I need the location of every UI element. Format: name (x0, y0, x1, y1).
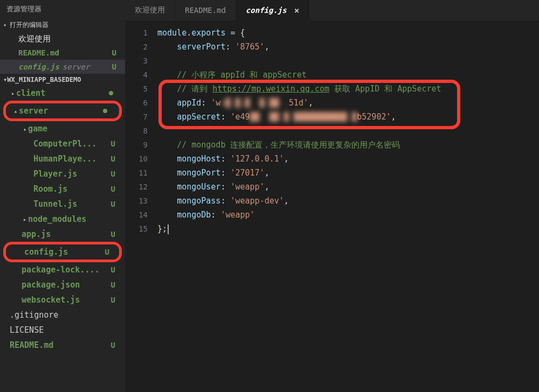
open-editors-label: 打开的编辑器 (10, 20, 49, 30)
tree-label: .gitignore (10, 310, 58, 320)
tree-file[interactable]: websocket.js U (0, 292, 125, 307)
explorer-title: 资源管理器 (0, 0, 125, 18)
line-number: 3 (125, 54, 148, 68)
code-line (157, 54, 539, 68)
tree-file[interactable]: package.json U (0, 277, 125, 292)
git-status: U (111, 155, 115, 163)
chevron-down-icon: ▾ (3, 76, 7, 83)
code-line: mongoDb: 'weapp' (157, 208, 539, 222)
open-editors-header[interactable]: ▾ 打开的编辑器 (0, 18, 125, 32)
line-number: 11 (125, 166, 148, 180)
git-status: U (105, 248, 109, 256)
code-line: serverPort: '8765', (157, 40, 539, 54)
tree-label: websocket.js (22, 295, 80, 305)
line-number: 7 (125, 110, 148, 124)
open-editor-name: config.js (18, 62, 59, 71)
tree-label: Player.js (33, 169, 77, 179)
code-line: // 小程序 appId 和 appSecret (157, 68, 539, 82)
redacted-text: ██ ██ █ ███████████ █ (250, 110, 357, 124)
open-editor-name: 欢迎使用 (18, 34, 51, 44)
annotation-highlight-server: ▴ server (3, 101, 122, 121)
line-number: 2 (125, 40, 148, 54)
chevron-down-icon: ▴ (12, 108, 19, 114)
git-status: U (112, 62, 116, 71)
tree-file[interactable]: Tunnel.js U (0, 197, 125, 212)
tree-label: node_modules (28, 214, 86, 224)
tab-label: config.js (246, 6, 287, 15)
tree-label: game (28, 124, 47, 134)
tree-label: app.js (22, 229, 51, 239)
code-line: mongoPass: 'weapp-dev', (157, 194, 539, 208)
git-dot-icon (109, 91, 113, 95)
code-line: appSecret: 'e49██ ██ █ ███████████ █b529… (157, 110, 539, 124)
line-number: 6 (125, 96, 148, 110)
code-line: mongoHost: '127.0.0.1', (157, 152, 539, 166)
editor-tabs: 欢迎使用 README.md config.js × (125, 0, 539, 20)
tree-file[interactable]: HumanPlaye... U (0, 151, 125, 166)
tab-config[interactable]: config.js × (236, 0, 310, 20)
tree-label: Tunnel.js (33, 199, 77, 209)
git-status: U (111, 265, 115, 274)
line-number: 1 (125, 26, 148, 40)
tree-file[interactable]: ComputerPl... U (0, 136, 125, 151)
tree-file[interactable]: package-lock.... U (0, 262, 125, 277)
open-editor-welcome[interactable]: 欢迎使用 (0, 32, 125, 46)
tree-label: server (19, 106, 48, 116)
tree-label: package-lock.... (22, 265, 100, 275)
project-header[interactable]: ▾ WX_MINIAPP_BASEDEMO (0, 74, 125, 86)
tab-label: 欢迎使用 (135, 5, 165, 15)
tree-file-config-js[interactable]: config.js U (6, 244, 119, 260)
tree-label: Room.js (33, 184, 67, 194)
git-status: U (111, 281, 115, 289)
tree-label: config.js (24, 247, 68, 257)
code-line: }; (157, 222, 539, 236)
tab-label: README.md (185, 6, 226, 15)
git-status: U (111, 185, 115, 193)
tree-file-license[interactable]: LICENSE (0, 323, 125, 338)
git-status: U (111, 230, 115, 239)
explorer-sidebar: 资源管理器 ▾ 打开的编辑器 欢迎使用 README.md U config.j… (0, 0, 125, 392)
code-line: mongoUser: 'weapp', (157, 180, 539, 194)
git-dot-icon (103, 109, 107, 113)
tree-file-app-js[interactable]: app.js U (0, 227, 125, 242)
line-number: 5 (125, 82, 148, 96)
code-line: // 请到 https://mp.weixin.qq.com 获取 AppID … (157, 82, 539, 96)
line-number: 14 (125, 208, 148, 222)
tree-label: LICENSE (10, 325, 44, 335)
editor-main: 欢迎使用 README.md config.js × 1 2 3 4 5 6 7… (125, 0, 539, 392)
git-status: U (111, 170, 115, 178)
open-editor-config[interactable]: config.js server U (0, 60, 125, 74)
tab-readme[interactable]: README.md (175, 0, 236, 20)
close-icon[interactable]: × (294, 5, 300, 16)
tree-folder-server[interactable]: ▴ server (6, 103, 119, 118)
chevron-right-icon: ▸ (10, 90, 16, 96)
tree-file-gitignore[interactable]: .gitignore (0, 307, 125, 323)
line-number: 8 (125, 124, 148, 138)
code-editor[interactable]: 1 2 3 4 5 6 7 8 9 10 11 12 13 14 15 modu… (125, 20, 539, 392)
line-number: 4 (125, 68, 148, 82)
tree-file[interactable]: Room.js U (0, 181, 125, 197)
tree-folder-game[interactable]: ▴ game (0, 121, 125, 136)
tree-file[interactable]: Player.js U (0, 166, 125, 181)
code-line: appId: 'wx█ █.█ █ ██ .51d', (157, 96, 539, 110)
chevron-down-icon: ▴ (22, 126, 28, 132)
tree-file-readme[interactable]: README.md U (0, 338, 125, 353)
git-status: U (111, 200, 115, 208)
tree-label: README.md (10, 340, 53, 350)
git-status: U (111, 341, 115, 349)
git-status: U (112, 48, 116, 57)
tree-folder-client[interactable]: ▸ client (0, 86, 125, 101)
open-editor-readme[interactable]: README.md U (0, 46, 125, 60)
tree-label: ComputerPl... (33, 139, 96, 149)
tree-label: client (16, 88, 45, 98)
line-number: 12 (125, 180, 148, 194)
text-cursor (168, 225, 169, 234)
git-status: U (111, 139, 115, 148)
git-status: U (111, 296, 115, 304)
tree-folder-node-modules[interactable]: ▸ node_modules (0, 212, 125, 227)
code-line: module.exports = { (157, 26, 539, 40)
tab-welcome[interactable]: 欢迎使用 (125, 0, 175, 20)
code-content[interactable]: module.exports = { serverPort: '8765', /… (157, 20, 539, 392)
line-number: 10 (125, 152, 148, 166)
tree-label: HumanPlaye... (33, 154, 96, 164)
